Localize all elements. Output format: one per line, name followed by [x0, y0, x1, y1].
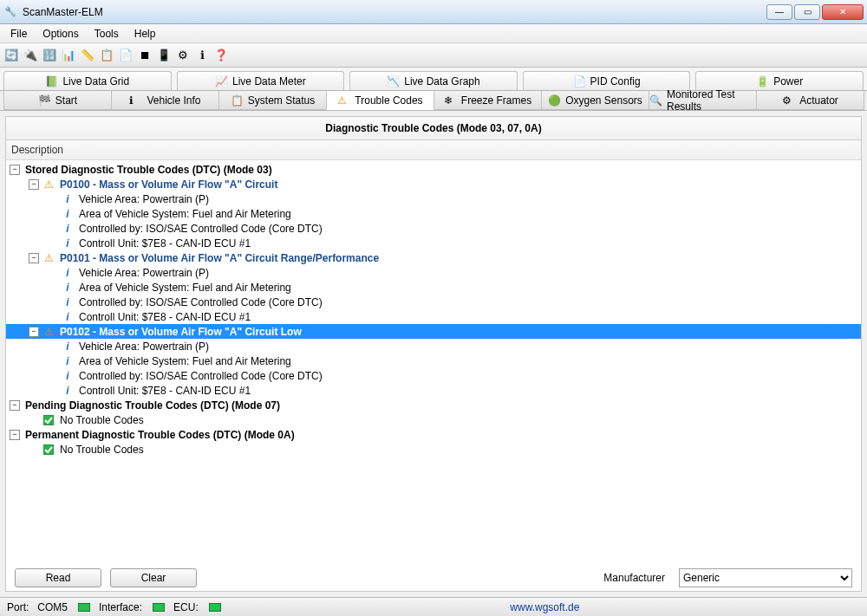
- status-ecu-label: ECU:: [173, 601, 199, 613]
- tree-dtc-item[interactable]: −⚠P0102 - Mass or Volume Air Flow "A" Ci…: [6, 324, 861, 339]
- info-icon: i: [62, 370, 74, 382]
- warn-icon: ⚠: [337, 94, 349, 107]
- tree-detail-item[interactable]: iControll Unit: $7E8 - CAN-ID ECU #1: [6, 236, 861, 250]
- toolbar-device-icon[interactable]: 📱: [156, 48, 172, 63]
- toolbar-stop-icon[interactable]: ⏹: [137, 48, 153, 63]
- tree-detail-item[interactable]: iArea of Vehicle System: Fuel and Air Me…: [6, 206, 861, 221]
- tab-pid-config[interactable]: 📄PID Config: [523, 71, 691, 90]
- ok-icon: [42, 414, 55, 426]
- minimize-button[interactable]: —: [766, 4, 792, 20]
- info-icon: i: [62, 282, 74, 294]
- menu-tools[interactable]: Tools: [88, 26, 126, 42]
- tree-detail-item[interactable]: iArea of Vehicle System: Fuel and Air Me…: [6, 280, 861, 295]
- tab-trouble-codes[interactable]: ⚠Trouble Codes: [326, 91, 434, 110]
- expander-icon[interactable]: −: [29, 327, 39, 337]
- graph-icon: 📉: [387, 75, 399, 88]
- info-icon: i: [62, 193, 74, 205]
- tree-detail-item[interactable]: iControlled by: ISO/SAE Controlled Code …: [6, 221, 861, 236]
- group-label: Pending Diagnostic Trouble Codes (DTC) (…: [23, 399, 282, 412]
- tree-detail-item[interactable]: iControll Unit: $7E8 - CAN-ID ECU #1: [6, 383, 861, 398]
- tree-group-pending[interactable]: −Pending Diagnostic Trouble Codes (DTC) …: [6, 398, 861, 412]
- start-icon: 🏁: [38, 94, 50, 107]
- panel-title: Diagnostic Trouble Codes (Mode 03, 07, 0…: [6, 117, 861, 140]
- tab-actuator[interactable]: ⚙Actuator: [756, 91, 864, 110]
- menu-file[interactable]: File: [3, 26, 34, 42]
- toolbar-settings-icon[interactable]: ⚙: [175, 48, 191, 63]
- tab-live-data-grid[interactable]: 📗Live Data Grid: [3, 71, 172, 90]
- interface-led-icon: [153, 603, 165, 612]
- oxygen-icon: 🟢: [548, 94, 560, 107]
- tab-oxygen-sensors[interactable]: 🟢Oxygen Sensors: [541, 91, 649, 110]
- status-icon: 📋: [231, 94, 243, 107]
- actuator-icon: ⚙: [782, 94, 794, 107]
- detail-text: Vehicle Area: Powertrain (P): [77, 193, 211, 205]
- warning-icon: ⚠: [42, 178, 55, 191]
- toolbar-copy-icon[interactable]: 📋: [99, 48, 114, 63]
- group-label: Stored Diagnostic Trouble Codes (DTC) (M…: [23, 164, 274, 176]
- toolbar-ruler-icon[interactable]: 📏: [80, 48, 95, 63]
- dtc-tree[interactable]: −Stored Diagnostic Trouble Codes (DTC) (…: [6, 160, 861, 565]
- info-icon: i: [62, 340, 74, 353]
- status-url[interactable]: www.wgsoft.de: [510, 601, 579, 613]
- tree-detail-item[interactable]: iControll Unit: $7E8 - CAN-ID ECU #1: [6, 309, 861, 324]
- ok-icon: [42, 444, 55, 456]
- content-panel: Diagnostic Trouble Codes (Mode 03, 07, 0…: [5, 116, 862, 592]
- tab-vehicle-info[interactable]: ℹVehicle Info: [111, 91, 219, 110]
- tree-empty-item[interactable]: No Trouble Codes: [6, 412, 861, 427]
- meter-icon: 📈: [215, 75, 227, 88]
- tab-freeze-frames[interactable]: ❄Freeze Frames: [434, 91, 542, 110]
- expander-icon[interactable]: −: [29, 179, 39, 190]
- menu-help[interactable]: Help: [127, 26, 163, 42]
- detail-text: Controll Unit: $7E8 - CAN-ID ECU #1: [77, 385, 252, 397]
- info-icon: i: [62, 223, 74, 235]
- toolbar-refresh-icon[interactable]: 🔄: [3, 48, 19, 63]
- warning-icon: ⚠: [42, 252, 55, 264]
- group-label: Permanent Diagnostic Trouble Codes (DTC)…: [23, 429, 297, 441]
- tree-detail-item[interactable]: iArea of Vehicle System: Fuel and Air Me…: [6, 353, 861, 368]
- tree-empty-item[interactable]: No Trouble Codes: [6, 442, 861, 457]
- tree-detail-item[interactable]: iVehicle Area: Powertrain (P): [6, 191, 861, 206]
- expander-icon[interactable]: −: [10, 400, 20, 411]
- tab-system-status[interactable]: 📋System Status: [218, 91, 327, 110]
- maximize-button[interactable]: ▭: [794, 4, 820, 20]
- expander-icon[interactable]: −: [10, 165, 20, 175]
- info-icon: i: [62, 311, 74, 323]
- tree-detail-item[interactable]: iControlled by: ISO/SAE Controlled Code …: [6, 295, 861, 309]
- dtc-title: P0100 - Mass or Volume Air Flow "A" Circ…: [58, 178, 279, 191]
- toolbar-grid-icon[interactable]: 📊: [61, 48, 76, 63]
- status-port-label: Port:: [7, 601, 29, 613]
- read-button[interactable]: Read: [15, 568, 101, 587]
- expander-icon[interactable]: −: [10, 430, 20, 440]
- info-icon: ℹ: [129, 94, 141, 107]
- tree-detail-item[interactable]: iControlled by: ISO/SAE Controlled Code …: [6, 368, 861, 383]
- lower-tabs: 🏁Start ℹVehicle Info 📋System Status ⚠Tro…: [0, 91, 867, 111]
- tab-monitored-test-results[interactable]: 🔍Monitored Test Results: [649, 91, 757, 110]
- tree-dtc-item[interactable]: −⚠P0100 - Mass or Volume Air Flow "A" Ci…: [6, 177, 861, 191]
- close-button[interactable]: ✕: [822, 4, 864, 20]
- column-header-description[interactable]: Description: [6, 140, 861, 160]
- detail-text: Vehicle Area: Powertrain (P): [77, 267, 211, 279]
- info-icon: i: [62, 267, 74, 279]
- detail-text: Controlled by: ISO/SAE Controlled Code (…: [77, 223, 324, 235]
- detail-text: Controlled by: ISO/SAE Controlled Code (…: [77, 296, 324, 308]
- tree-group-permanent[interactable]: −Permanent Diagnostic Trouble Codes (DTC…: [6, 427, 861, 442]
- tree-detail-item[interactable]: iVehicle Area: Powertrain (P): [6, 339, 861, 353]
- statusbar: Port: COM5 Interface: ECU: www.wgsoft.de: [0, 597, 867, 616]
- manufacturer-select[interactable]: Generic: [679, 568, 852, 587]
- tree-group-stored[interactable]: −Stored Diagnostic Trouble Codes (DTC) (…: [6, 162, 861, 177]
- clear-button[interactable]: Clear: [110, 568, 197, 587]
- detail-text: Area of Vehicle System: Fuel and Air Met…: [77, 208, 293, 220]
- tab-live-data-meter[interactable]: 📈Live Data Meter: [177, 71, 345, 90]
- expander-icon[interactable]: −: [29, 253, 39, 263]
- tree-detail-item[interactable]: iVehicle Area: Powertrain (P): [6, 265, 861, 280]
- tab-live-data-graph[interactable]: 📉Live Data Graph: [349, 71, 518, 90]
- toolbar-paste-icon[interactable]: 📄: [118, 48, 134, 63]
- toolbar-info-icon[interactable]: ℹ: [194, 48, 210, 63]
- ecu-led-icon: [209, 603, 221, 612]
- menu-options[interactable]: Options: [36, 26, 85, 42]
- tree-dtc-item[interactable]: −⚠P0101 - Mass or Volume Air Flow "A" Ci…: [6, 250, 861, 265]
- tab-start[interactable]: 🏁Start: [3, 91, 112, 110]
- toolbar-help-icon[interactable]: ❓: [213, 48, 229, 63]
- toolbar-hex-icon[interactable]: 🔢: [42, 48, 57, 63]
- toolbar-connect-icon[interactable]: 🔌: [23, 48, 38, 63]
